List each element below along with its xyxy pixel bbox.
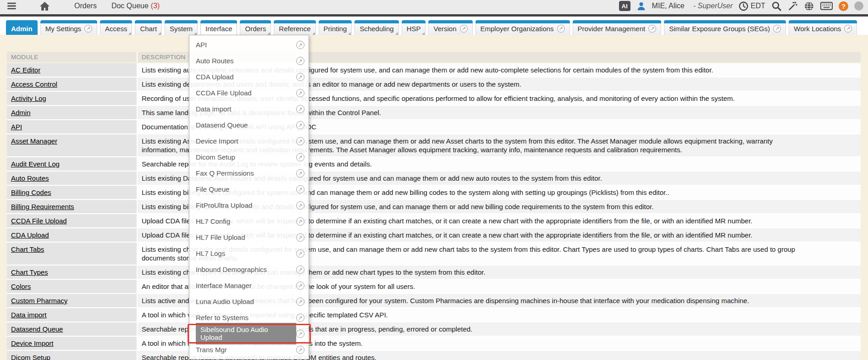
- column-header-module: MODULE: [7, 52, 137, 62]
- module-link-audit-event-log[interactable]: Audit Event Log: [11, 160, 60, 168]
- external-link-icon[interactable]: ↗: [296, 41, 304, 49]
- magic-wand-icon[interactable]: [788, 1, 798, 11]
- tab-cap: [274, 20, 315, 23]
- external-link-icon[interactable]: ↗: [460, 25, 468, 33]
- hamburger-menu-icon[interactable]: [6, 1, 18, 11]
- module-link-billing-codes[interactable]: Billing Codes: [11, 188, 51, 196]
- external-link-icon[interactable]: ↗: [773, 25, 781, 33]
- external-link-icon[interactable]: ↗: [296, 217, 304, 226]
- tab-label: Employer Organizations: [481, 25, 554, 33]
- menu-item-fax-q-permissions[interactable]: Fax Q Permissions ↗: [189, 165, 309, 181]
- ai-badge[interactable]: AI: [619, 1, 630, 11]
- module-link-auto-routes[interactable]: Auto Routes: [11, 174, 49, 182]
- module-link-ccda-file-upload[interactable]: CCDA File Upload: [11, 217, 67, 225]
- tab-system[interactable]: System ↗: [165, 20, 198, 35]
- globe-icon[interactable]: [804, 1, 814, 11]
- external-link-icon[interactable]: ↗: [296, 282, 304, 290]
- external-link-icon[interactable]: ↗: [296, 233, 304, 242]
- external-link-icon[interactable]: ↗: [296, 266, 304, 274]
- menu-item-label: CDA Upload: [196, 73, 234, 81]
- module-link-access-control[interactable]: Access Control: [11, 80, 57, 88]
- external-link-icon[interactable]: ↗: [648, 25, 656, 33]
- external-link-icon[interactable]: ↗: [296, 314, 304, 322]
- menu-item-api[interactable]: API ↗: [189, 37, 309, 53]
- menu-item-fitproultra-upload[interactable]: FitProUltra Upload ↗: [189, 197, 309, 213]
- module-link-custom-pharmacy[interactable]: Custom Pharmacy: [11, 297, 67, 305]
- module-link-data-import[interactable]: Data import: [11, 311, 47, 319]
- tab-similar-exposure-groups-segs[interactable]: Similar Exposure Groups (SEGs) ↗: [664, 20, 786, 35]
- module-link-dicom-setup[interactable]: Dicom Setup: [11, 354, 50, 360]
- menu-item-auto-routes[interactable]: Auto Routes ↗: [189, 53, 309, 69]
- menu-item-hl7-file-upload[interactable]: HL7 File Upload ↗: [189, 229, 309, 245]
- menu-item-luna-audio-upload[interactable]: Luna Audio Upload ↗: [189, 294, 309, 310]
- module-link-api[interactable]: API: [11, 123, 22, 131]
- menu-item-datasend-queue[interactable]: Datasend Queue ↗: [189, 117, 309, 133]
- module-table: MODULE DESCRIPTION AC Editor Lists exist…: [0, 35, 868, 360]
- external-link-icon[interactable]: ↗: [296, 121, 304, 129]
- menu-item-hl7-config[interactable]: HL7 Config ↗: [189, 213, 309, 229]
- tab-reference[interactable]: Reference ↗: [274, 20, 315, 35]
- tab-orders[interactable]: Orders ↗: [240, 20, 271, 35]
- menu-item-hl7-logs[interactable]: HL7 Logs ↗: [189, 245, 309, 261]
- menu-item-sibelsound-duo-audio-upload[interactable]: Sibelsound Duo Audio Upload ↗: [189, 326, 309, 342]
- external-link-icon[interactable]: ↗: [296, 185, 304, 194]
- keyboard-icon[interactable]: [820, 2, 833, 10]
- menu-item-data-import[interactable]: Data import ↗: [189, 101, 309, 117]
- module-link-colors[interactable]: Colors: [11, 282, 31, 290]
- module-link-asset-manager[interactable]: Asset Manager: [11, 137, 57, 145]
- clock-icon[interactable]: [739, 1, 748, 11]
- module-link-cda-upload[interactable]: CDA Upload: [11, 231, 49, 239]
- module-link-ac-editor[interactable]: AC Editor: [11, 66, 40, 74]
- home-icon[interactable]: [39, 1, 50, 11]
- external-link-icon[interactable]: ↗: [296, 169, 304, 177]
- external-link-icon[interactable]: ↗: [296, 201, 304, 210]
- tab-work-locations[interactable]: Work Locations ↗: [789, 20, 857, 35]
- menu-item-ccda-file-upload[interactable]: CCDA File Upload ↗: [189, 85, 309, 101]
- external-link-icon[interactable]: ↗: [844, 25, 852, 33]
- module-link-chart-types[interactable]: Chart Types: [11, 268, 48, 276]
- module-link-activity-log[interactable]: Activity Log: [11, 94, 46, 102]
- external-link-icon[interactable]: ↗: [296, 330, 304, 338]
- external-link-icon[interactable]: ↗: [296, 298, 304, 306]
- avatar-placeholder-icon[interactable]: [854, 1, 863, 11]
- menu-item-file-queue[interactable]: File Queue ↗: [189, 181, 309, 197]
- external-link-icon[interactable]: ↗: [296, 249, 304, 258]
- module-link-device-import[interactable]: Device Import: [11, 339, 54, 347]
- menu-item-dicom-setup[interactable]: Dicom Setup ↗: [189, 149, 309, 165]
- tab-employer-organizations[interactable]: Employer Organizations ↗: [475, 20, 570, 35]
- external-link-icon[interactable]: ↗: [296, 346, 304, 354]
- tab-printing[interactable]: Printing ↗: [319, 20, 352, 35]
- external-link-icon[interactable]: ↗: [84, 25, 92, 33]
- tab-scheduling[interactable]: Scheduling ↗: [354, 20, 398, 35]
- tab-version[interactable]: Version ↗: [428, 20, 472, 35]
- tab-label: System: [170, 25, 193, 33]
- tab-interface[interactable]: Interface ↗: [200, 20, 237, 35]
- nav-orders[interactable]: Orders: [74, 2, 97, 10]
- menu-item-device-import[interactable]: Device Import ↗: [189, 133, 309, 149]
- tab-chart[interactable]: Chart ↗: [135, 20, 162, 35]
- module-link-chart-tabs[interactable]: Chart Tabs: [11, 245, 44, 253]
- external-link-icon[interactable]: ↗: [557, 25, 565, 33]
- tab-provider-management[interactable]: Provider Management ↗: [573, 20, 662, 35]
- external-link-icon[interactable]: ↗: [296, 73, 304, 81]
- external-link-icon[interactable]: ↗: [296, 153, 304, 161]
- menu-item-label: File Queue: [196, 185, 229, 193]
- tab-access[interactable]: Access ↗: [100, 20, 132, 35]
- external-link-icon[interactable]: ↗: [296, 89, 304, 97]
- search-icon[interactable]: [771, 1, 782, 11]
- external-link-icon[interactable]: ↗: [296, 105, 304, 113]
- module-link-datasend-queue[interactable]: Datasend Queue: [11, 325, 63, 333]
- tab-cap: [165, 20, 198, 23]
- module-link-admin[interactable]: Admin: [11, 109, 31, 116]
- menu-item-inbound-demographics[interactable]: Inbound Demographics ↗: [189, 261, 309, 277]
- menu-item-interface-manager[interactable]: Interface Manager ↗: [189, 277, 309, 294]
- tab-admin[interactable]: Admin ↗: [6, 20, 38, 35]
- external-link-icon[interactable]: ↗: [296, 137, 304, 145]
- help-icon[interactable]: ?: [839, 1, 848, 11]
- tab-hsp[interactable]: HSP ↗: [402, 20, 426, 35]
- external-link-icon[interactable]: ↗: [296, 57, 304, 65]
- nav-doc-queue[interactable]: Doc Queue: [111, 2, 149, 10]
- tab-my-settings[interactable]: My Settings ↗: [40, 20, 97, 35]
- module-link-billing-requirements[interactable]: Billing Requirements: [11, 203, 74, 210]
- menu-item-cda-upload[interactable]: CDA Upload ↗: [189, 69, 309, 85]
